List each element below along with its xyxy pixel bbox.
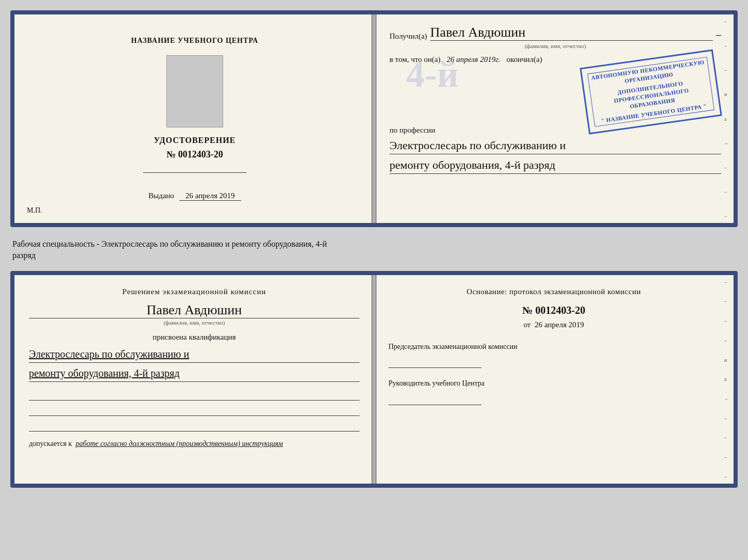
org-name-top: НАЗВАНИЕ УЧЕБНОГО ЦЕНТРА xyxy=(131,37,258,45)
certificate-bottom: Решением экзаменационной комиссии Павел … xyxy=(10,271,738,488)
blank-line-2 xyxy=(29,404,360,416)
chairman-label: Председатель экзаменационной комиссии xyxy=(388,342,719,352)
side-decorations-bottom: – – – – и а ← – – – – xyxy=(723,275,734,484)
cert-left-page: НАЗВАНИЕ УЧЕБНОГО ЦЕНТРА УДОСТОВЕРЕНИЕ №… xyxy=(14,14,375,223)
mp-label: М.П. xyxy=(27,206,42,215)
qual-line2: ремонту оборудования, 4-й разряд xyxy=(29,365,360,382)
okonchil-label: окончил(а) xyxy=(506,55,542,63)
cert-title: УДОСТОВЕРЕНИЕ xyxy=(154,136,236,145)
vtom-label: в том, что он(а) xyxy=(389,55,441,63)
cert-bottom-right: Основание: протокол экзаменационной коми… xyxy=(374,275,734,484)
person-name-big: Павел Авдюшин xyxy=(29,302,360,318)
basis-title: Основание: протокол экзаменационной коми… xyxy=(388,287,719,296)
date-prefix: от xyxy=(523,321,531,329)
protocol-prefix: № xyxy=(522,305,533,316)
qual-line1: Электрослесарь по обслуживанию и xyxy=(29,346,360,363)
director-sig-line xyxy=(388,391,481,405)
blank-line-1 xyxy=(29,388,360,401)
допуск-text: работе согласно должностным (производств… xyxy=(76,440,283,447)
profession-text-line1: Электрослесарь по обслуживанию и xyxy=(389,137,721,154)
recipient-name: Павел Авдюшин xyxy=(430,25,713,41)
between-line2: разряд xyxy=(12,250,738,261)
photo-placeholder xyxy=(166,55,223,127)
recipient-line: Получил(а) Павел Авдюшин – xyxy=(389,25,721,41)
fio-label-top: (фамилия, имя, отчество) xyxy=(389,43,721,49)
issued-label: Выдано xyxy=(148,191,174,200)
protocol-date: от 26 апреля 2019 xyxy=(388,321,719,329)
between-line1: Рабочая специальность - Электрослесарь п… xyxy=(12,238,738,250)
допуск-label: допускается к xyxy=(29,440,72,447)
cert-number-value: 0012403-20 xyxy=(178,149,223,159)
profession-section: по профессии Электрослесарь по обслужива… xyxy=(389,126,721,174)
cert-number-prefix: № xyxy=(166,149,176,159)
issued-date: 26 апреля 2019 xyxy=(179,191,241,201)
extra-lines xyxy=(29,388,360,431)
director-block: Руководитель учебного Центра xyxy=(388,378,719,405)
protocol-date-value: 26 апреля 2019 xyxy=(535,321,584,329)
cert-issued: Выдано 26 апреля 2019 xyxy=(148,191,241,201)
protocol-num-value: 0012403-20 xyxy=(535,305,585,316)
decision-title: Решением экзаменационной комиссии xyxy=(29,287,360,296)
profession-text-line2: ремонту оборудования, 4-й разряд xyxy=(389,156,721,174)
chairman-sig-line xyxy=(388,354,481,368)
cert-number: № 0012403-20 xyxy=(166,149,223,160)
blank-line-3 xyxy=(29,419,360,431)
assigned-label: присвоена квалификация xyxy=(29,333,360,342)
between-text: Рабочая специальность - Электрослесарь п… xyxy=(10,236,738,262)
recipient-label: Получил(а) xyxy=(389,32,427,41)
chairman-block: Председатель экзаменационной комиссии xyxy=(388,342,719,369)
fio-small: (фамилия, имя, отчество) xyxy=(29,319,360,326)
director-label: Руководитель учебного Центра xyxy=(388,378,719,389)
допуск-section: допускается к работе согласно должностны… xyxy=(29,440,360,448)
certificate-top: НАЗВАНИЕ УЧЕБНОГО ЦЕНТРА УДОСТОВЕРЕНИЕ №… xyxy=(10,10,738,227)
protocol-number: № 0012403-20 xyxy=(388,305,719,316)
vtom-date: 26 апреля 2019г. xyxy=(446,55,500,63)
profession-label: по профессии xyxy=(389,126,721,135)
cert-right-page: Получил(а) Павел Авдюшин – (фамилия, имя… xyxy=(375,14,734,223)
cert-bottom-left: Решением экзаменационной комиссии Павел … xyxy=(14,275,374,484)
side-decorations-top: – – – и а ← – – – xyxy=(723,14,734,223)
recipient-dash: – xyxy=(716,29,721,41)
